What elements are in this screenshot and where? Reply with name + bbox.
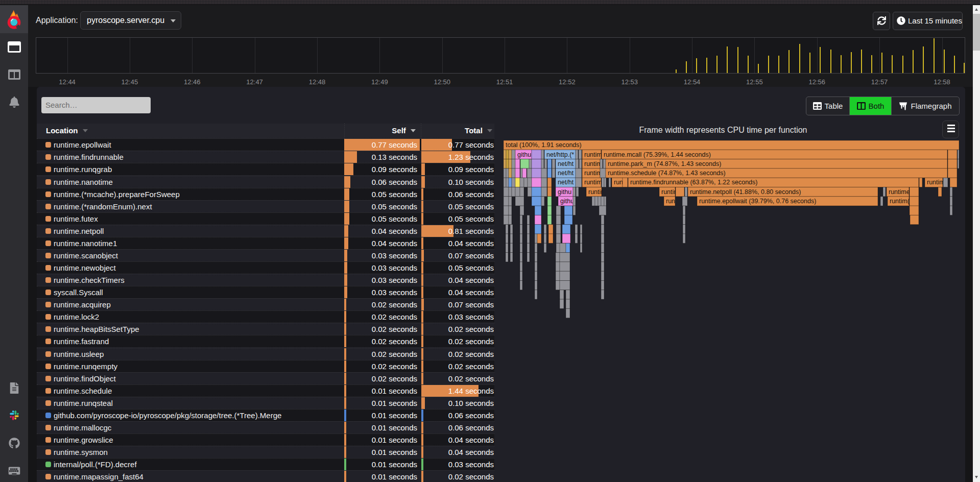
svg-text:net/http.(*: net/http.(* bbox=[546, 151, 574, 158]
svg-text:run: run bbox=[666, 198, 675, 205]
svg-text:runtime.epollwait (39.79%, 0.7: runtime.epollwait (39.79%, 0.76 seconds) bbox=[699, 198, 816, 205]
svg-text:runtime: runtime bbox=[889, 188, 910, 196]
svg-text:runtim: runtim bbox=[584, 170, 602, 177]
svg-text:runtime.findrunnable (63.87%,: runtime.findrunnable (63.87%, 1.22 secon… bbox=[630, 179, 757, 186]
svg-text:net/ht: net/ht bbox=[558, 179, 574, 186]
svg-text:runtim: runtim bbox=[927, 179, 945, 186]
svg-text:runtir: runtir bbox=[588, 188, 603, 196]
svg-text:runtim(: runtim( bbox=[890, 198, 910, 205]
svg-text:runtim: runtim bbox=[584, 160, 602, 167]
svg-text:run: run bbox=[614, 179, 623, 186]
svg-text:total (100%, 1.91 seconds): total (100%, 1.91 seconds) bbox=[506, 141, 582, 149]
svg-text:githu: githu bbox=[560, 198, 574, 205]
svg-text:runtime.mcall (75.39%, 1.44 se: runtime.mcall (75.39%, 1.44 seconds) bbox=[604, 151, 711, 158]
svg-text:net/ht: net/ht bbox=[558, 170, 574, 177]
svg-text:runtime.park_m (74.87%, 1.43 s: runtime.park_m (74.87%, 1.43 seconds) bbox=[608, 160, 721, 167]
svg-text:runtim: runtim bbox=[584, 179, 602, 186]
svg-text:net/ht: net/ht bbox=[558, 160, 574, 167]
svg-text:githu: githu bbox=[558, 188, 571, 196]
svg-text:runtir: runtir bbox=[661, 188, 676, 196]
svg-text:runtime.schedule (74.87%, 1.43: runtime.schedule (74.87%, 1.43 seconds) bbox=[608, 170, 726, 177]
svg-text:runtime.netpoll (41.88%, 0.80: runtime.netpoll (41.88%, 0.80 seconds) bbox=[690, 188, 801, 196]
svg-text:githu: githu bbox=[517, 151, 531, 158]
